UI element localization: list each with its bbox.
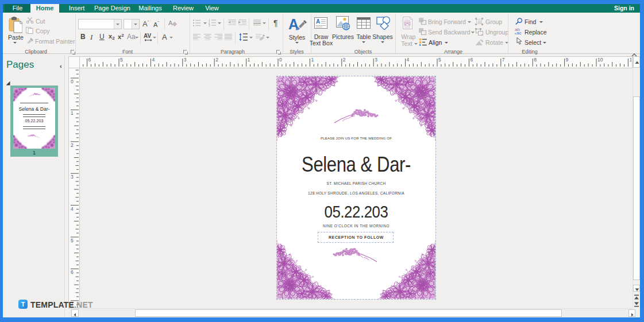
svg-text:5: 5 [71,238,74,243]
svg-text:4: 4 [71,206,74,212]
svg-text:7: 7 [502,57,505,63]
svg-text:ac: ac [516,30,521,34]
svg-text:AV: AV [144,33,151,39]
svg-text:A: A [168,20,173,26]
svg-text:2: 2 [71,142,74,148]
svg-text:6: 6 [88,57,91,63]
svg-text:0: 0 [279,57,282,63]
svg-text:5: 5 [120,57,123,63]
svg-text:10: 10 [597,57,603,63]
svg-text:3: 3 [209,24,210,26]
svg-text:5: 5 [438,57,441,63]
svg-text:1: 1 [311,57,314,63]
svg-text:8: 8 [534,57,537,63]
svg-text:6: 6 [470,57,473,63]
svg-text:9: 9 [566,57,569,63]
svg-text:1: 1 [71,110,74,116]
svg-text:3: 3 [375,57,377,63]
svg-text:2: 2 [215,57,218,63]
svg-text:4: 4 [407,57,410,63]
svg-text:6: 6 [71,269,74,275]
svg-text:0: 0 [71,79,74,84]
svg-text:1: 1 [248,57,250,63]
svg-text:2: 2 [343,57,346,63]
svg-text:3: 3 [71,174,74,180]
svg-text:11: 11 [629,57,631,63]
svg-text:A: A [316,18,320,25]
svg-text:4: 4 [152,57,155,63]
svg-text:3: 3 [184,57,187,63]
